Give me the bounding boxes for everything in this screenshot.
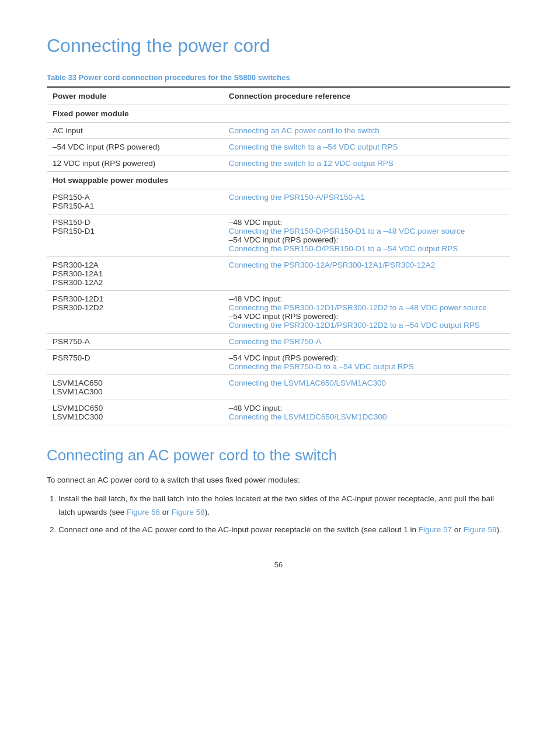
connection-ref: Connecting an AC power cord to the switc…: [223, 123, 510, 139]
module-name: LSVM1DC650LSVM1DC300: [47, 400, 223, 425]
module-name: PSR750-D: [47, 350, 223, 375]
module-name: PSR750-A: [47, 334, 223, 350]
link-ac-input[interactable]: Connecting an AC power cord to the switc…: [229, 126, 380, 135]
module-name: PSR300-12D1PSR300-12D2: [47, 291, 223, 334]
connection-ref: –54 VDC input (RPS powered): Connecting …: [223, 350, 510, 375]
page-title: Connecting the power cord: [47, 35, 510, 57]
link-psr750-a[interactable]: Connecting the PSR750-A: [229, 337, 321, 346]
group-label-hot: Hot swappable power modules: [47, 172, 510, 189]
section2-title: Connecting an AC power cord to the switc…: [47, 446, 510, 464]
table-row: PSR750-D –54 VDC input (RPS powered): Co…: [47, 350, 510, 375]
group-header-hot: Hot swappable power modules: [47, 172, 510, 189]
section2-intro: To connect an AC power cord to a switch …: [47, 474, 510, 487]
link-psr300-12d-54v[interactable]: Connecting the PSR300-12D1/PSR300-12D2 t…: [229, 321, 480, 330]
group-label-fixed: Fixed power module: [47, 105, 510, 123]
link-54vdc-rps[interactable]: Connecting the switch to a –54 VDC outpu…: [229, 143, 398, 151]
module-name: PSR150-DPSR150-D1: [47, 214, 223, 257]
module-name: PSR150-APSR150-A1: [47, 189, 223, 214]
group-header-fixed: Fixed power module: [47, 105, 510, 123]
table-row: AC input Connecting an AC power cord to …: [47, 123, 510, 139]
step-2: Connect one end of the AC power cord to …: [58, 523, 510, 537]
table-row: PSR150-APSR150-A1 Connecting the PSR150-…: [47, 189, 510, 214]
connection-ref: –48 VDC input: Connecting the PSR150-D/P…: [223, 214, 510, 257]
table-row: 12 VDC input (RPS powered) Connecting th…: [47, 155, 510, 172]
col-header-ref: Connection procedure reference: [223, 87, 510, 105]
connection-ref: –48 VDC input: Connecting the LSVM1DC650…: [223, 400, 510, 425]
link-figure57[interactable]: Figure 57: [419, 525, 452, 534]
link-psr300-12a[interactable]: Connecting the PSR300-12A/PSR300-12A1/PS…: [229, 261, 435, 269]
table-row: LSVM1DC650LSVM1DC300 –48 VDC input: Conn…: [47, 400, 510, 425]
link-lsvm1ac[interactable]: Connecting the LSVM1AC650/LSVM1AC300: [229, 379, 386, 387]
table-row: LSVM1AC650LSVM1AC300 Connecting the LSVM…: [47, 375, 510, 400]
table-row: PSR150-DPSR150-D1 –48 VDC input: Connect…: [47, 214, 510, 257]
link-lsvm1dc[interactable]: Connecting the LSVM1DC650/LSVM1DC300: [229, 412, 387, 421]
page-number: 56: [47, 560, 510, 569]
link-figure59[interactable]: Figure 59: [463, 525, 496, 534]
module-name: 12 VDC input (RPS powered): [47, 155, 223, 172]
steps-list: Install the bail latch, fix the bail lat…: [58, 493, 510, 537]
module-name: –54 VDC input (RPS powered): [47, 139, 223, 155]
table-caption: Table 33 Power cord connection procedure…: [47, 73, 510, 82]
link-psr150-d-54v[interactable]: Connecting the PSR150-D/PSR150-D1 to a –…: [229, 244, 458, 253]
module-name: PSR300-12APSR300-12A1PSR300-12A2: [47, 257, 223, 291]
table-row: PSR300-12D1PSR300-12D2 –48 VDC input: Co…: [47, 291, 510, 334]
connection-ref: Connecting the LSVM1AC650/LSVM1AC300: [223, 375, 510, 400]
connection-ref: Connecting the PSR300-12A/PSR300-12A1/PS…: [223, 257, 510, 291]
link-figure56[interactable]: Figure 56: [127, 508, 160, 516]
link-psr150-a[interactable]: Connecting the PSR150-A/PSR150-A1: [229, 193, 365, 202]
table-row: –54 VDC input (RPS powered) Connecting t…: [47, 139, 510, 155]
power-cord-table: Power module Connection procedure refere…: [47, 86, 510, 425]
col-header-module: Power module: [47, 87, 223, 105]
table-row: PSR300-12APSR300-12A1PSR300-12A2 Connect…: [47, 257, 510, 291]
link-psr300-12d-48v[interactable]: Connecting the PSR300-12D1/PSR300-12D2 t…: [229, 303, 487, 312]
connection-ref: Connecting the PSR750-A: [223, 334, 510, 350]
table-row: PSR750-A Connecting the PSR750-A: [47, 334, 510, 350]
module-name: AC input: [47, 123, 223, 139]
link-figure58[interactable]: Figure 58: [172, 508, 205, 516]
connection-ref: Connecting the PSR150-A/PSR150-A1: [223, 189, 510, 214]
link-12vdc-rps[interactable]: Connecting the switch to a 12 VDC output…: [229, 159, 394, 168]
link-psr750-d-54v[interactable]: Connecting the PSR750-D to a –54 VDC out…: [229, 362, 414, 371]
connection-ref: Connecting the switch to a –54 VDC outpu…: [223, 139, 510, 155]
module-name: LSVM1AC650LSVM1AC300: [47, 375, 223, 400]
link-psr150-d-48v[interactable]: Connecting the PSR150-D/PSR150-D1 to a –…: [229, 227, 465, 235]
connection-ref: –48 VDC input: Connecting the PSR300-12D…: [223, 291, 510, 334]
step-1: Install the bail latch, fix the bail lat…: [58, 493, 510, 519]
connection-ref: Connecting the switch to a 12 VDC output…: [223, 155, 510, 172]
